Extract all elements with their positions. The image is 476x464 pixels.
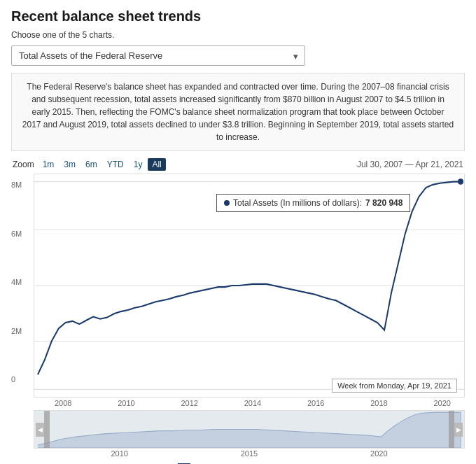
zoom-all[interactable]: All	[148, 158, 165, 171]
mini-x-2020: 2020	[370, 449, 387, 458]
y-label-8m: 8M	[11, 181, 31, 189]
mini-x-axis: 2010 2015 2020	[34, 449, 465, 458]
x-label-2020: 2020	[434, 399, 451, 407]
x-label-2014: 2014	[244, 399, 261, 407]
y-label-4m: 4M	[11, 278, 31, 286]
zoom-3m[interactable]: 3m	[59, 158, 80, 171]
chart-wrapper: 8M 6M 4M 2M 0	[11, 174, 465, 464]
chart-area: Total Assets (In millions of dollars): 7…	[34, 174, 465, 398]
svg-rect-6	[34, 411, 464, 448]
chart-select[interactable]: Total Assets of the Federal Reserve U.S.…	[11, 45, 305, 66]
chart-select-wrapper[interactable]: Total Assets of the Federal Reserve U.S.…	[11, 45, 305, 66]
zoom-1y[interactable]: 1y	[130, 158, 147, 171]
page-title: Recent balance sheet trends	[11, 8, 465, 24]
week-label: Week from Monday, Apr 19, 2021	[332, 379, 457, 393]
mini-x-2010: 2010	[111, 449, 127, 458]
tooltip-dot	[224, 200, 230, 206]
zoom-1m[interactable]: 1m	[38, 158, 59, 171]
x-label-2008: 2008	[55, 399, 71, 407]
x-label-2010: 2010	[118, 399, 134, 407]
y-label-6m: 6M	[11, 230, 31, 238]
subtitle: Choose one of the 5 charts.	[11, 30, 465, 40]
mini-x-2015: 2015	[241, 449, 258, 458]
zoom-6m[interactable]: 6m	[81, 158, 102, 171]
svg-point-5	[458, 178, 463, 184]
x-label-2012: 2012	[181, 399, 198, 407]
mini-chart-svg	[34, 411, 464, 448]
date-range: Jul 30, 2007 — Apr 21, 2021	[357, 160, 463, 169]
mini-chart[interactable]: ◀ ▶	[34, 410, 465, 449]
y-label-0: 0	[11, 375, 31, 384]
tooltip-label: Total Assets (In millions of dollars):	[233, 198, 362, 208]
y-label-2m: 2M	[11, 327, 31, 335]
mini-scroll-right[interactable]: ▶	[454, 423, 463, 437]
x-label-2018: 2018	[370, 399, 387, 407]
zoom-label: Zoom	[13, 160, 34, 169]
x-label-2016: 2016	[307, 399, 324, 407]
mini-scroll-left[interactable]: ◀	[36, 423, 44, 437]
tooltip-value: 7 820 948	[365, 198, 402, 208]
zoom-buttons: 1m 3m 6m YTD 1y All	[38, 158, 166, 171]
tooltip-box: Total Assets (In millions of dollars): 7…	[216, 194, 410, 212]
mini-handle-left[interactable]	[44, 411, 50, 448]
chart-description: The Federal Reserve's balance sheet has …	[11, 73, 465, 151]
zoom-ytd[interactable]: YTD	[103, 158, 128, 171]
x-axis: 2008 2010 2012 2014 2016 2018 2020	[34, 398, 465, 409]
y-axis: 8M 6M 4M 2M 0	[11, 174, 34, 398]
zoom-bar: Zoom 1m 3m 6m YTD 1y All Jul 30, 2007 — …	[11, 158, 465, 171]
chart-inner: Total Assets (In millions of dollars): 7…	[34, 174, 465, 464]
page-container: Recent balance sheet trends Choose one o…	[0, 0, 476, 464]
mini-handle-right[interactable]	[449, 411, 454, 448]
